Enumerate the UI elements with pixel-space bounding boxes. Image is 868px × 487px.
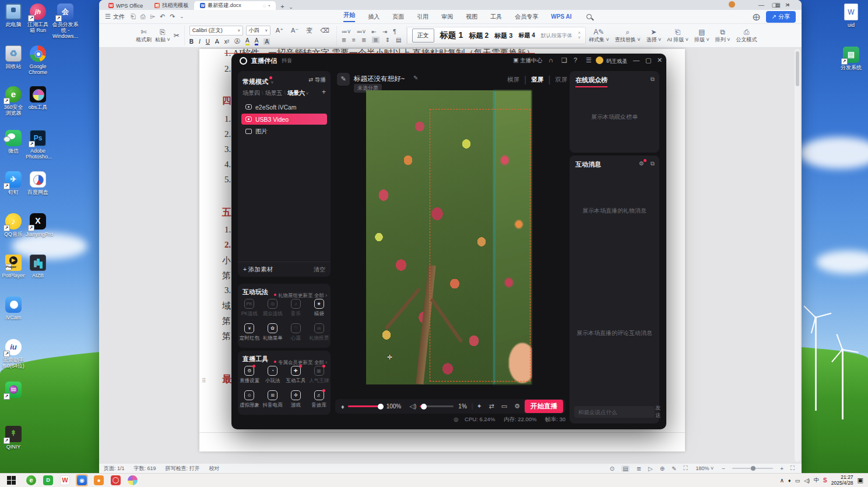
desktop-icon-hongjing[interactable]: iu宏景助手 8.0(64位) [1,339,26,369]
desktop-icon-jianying[interactable]: XJianyingPro [26,213,50,237]
numbered-list-button[interactable]: ≕˅ [357,29,366,35]
drag-handle-icon[interactable]: ⠿ [202,377,206,384]
notification-center-icon[interactable]: ▣ [858,477,863,484]
desktop-icon-qiniy[interactable]: ↟QINIY [1,426,26,450]
phonetic-icon[interactable]: 变 [306,26,312,35]
settings-gear-icon[interactable]: ⚙ [514,403,520,410]
user-avatar[interactable] [596,57,603,64]
menu-wps-ai[interactable]: WPS AI [551,13,571,20]
style-default-font[interactable]: 默认段落字体 [541,32,572,40]
play-item-wish[interactable]: ♡心愿 [284,323,308,342]
paste-button[interactable]: ⎘粘贴 ˅ [155,28,170,44]
menu-page[interactable]: 页面 [392,13,404,21]
zoom-level[interactable]: 180% ˅ [696,465,714,471]
tool-item-popularity[interactable]: ▦人气王牌 [307,366,331,384]
style-heading1[interactable]: 标题 1 [440,30,463,41]
taskbar-wps[interactable]: W [60,475,70,485]
maximize-button[interactable]: ▢ [645,57,651,64]
viewers-title[interactable]: 在线观众榜 [575,76,607,87]
desktop-icon-obs-tool[interactable]: obs工具 [26,86,50,110]
mic-volume-slider[interactable] [348,405,382,407]
taskbar-obs[interactable]: ◯ [111,475,121,485]
maximize-button[interactable]: ▢ [772,2,777,8]
start-live-button[interactable]: 开始直播 [525,400,563,413]
play-item-pk[interactable]: PKPK连线 [238,299,261,317]
help-icon[interactable]: ? [574,57,577,63]
print-icon[interactable]: ⎙ [140,13,146,20]
superscript-button[interactable]: x² [224,38,229,45]
style-gallery-scroll[interactable]: ˄˅ [578,31,581,40]
char-shading-button[interactable]: A [263,38,270,45]
underline-button[interactable]: U [206,38,210,45]
play-item-audience-link[interactable]: ◎观众连线 [261,299,284,317]
beauty-icon[interactable]: ✦ [476,403,482,410]
tool-item-virtual-avatar[interactable]: ☺虚拟形象 [238,390,261,409]
edit-pen-icon[interactable]: ✎ [672,465,676,472]
align-right-button[interactable]: ≣ [361,37,366,43]
hamburger-icon[interactable]: ☰ [105,13,111,20]
taskbar-360-browser[interactable]: e [26,475,36,485]
director-mode-button[interactable]: ⇄ 导播 [308,76,326,84]
camera-icon[interactable]: ▭ [501,403,507,410]
scrollbar-thumb[interactable] [796,51,799,86]
zoom-slider-knob[interactable] [751,466,755,471]
fullscreen-icon[interactable]: ⛶ [790,465,795,472]
outline-view-icon[interactable]: ≣ [637,465,641,472]
chat-input[interactable] [578,409,655,415]
save-icon[interactable]: ⎗ [131,13,136,20]
play-item-music[interactable]: ♪音乐 [284,299,308,317]
format-painter-button[interactable]: ✄格式刷 [136,28,152,44]
page-view-icon[interactable]: ▤ [621,465,629,472]
status-proofread[interactable]: 校对 [209,465,220,472]
tool-item-interact-tools[interactable]: ✚互动工具 [284,366,308,384]
zoom-in-button[interactable]: + [780,465,783,472]
tray-ime-icon[interactable]: 中 [814,477,819,484]
char-border-button[interactable]: Ⓐ [234,37,240,45]
status-spellcheck[interactable]: 拼写检查: 打开 [166,465,200,472]
justify-button[interactable]: ≣ [372,37,379,43]
more-chevron-icon[interactable]: ⌄ [180,14,184,19]
messages-settings-gear-icon[interactable]: ⚙ [639,160,644,167]
menu-insert[interactable]: 插入 [368,13,379,21]
share-button[interactable]: ↗分享 [766,11,796,23]
microphone-icon[interactable]: ♦ [341,403,345,410]
upload-cloud-icon[interactable]: ⨁ [753,13,760,21]
desktop-icon-photoshop[interactable]: PsAdobe Photosho... [26,130,50,160]
bold-button[interactable]: B [189,38,194,45]
font-name-select[interactable]: Calibri (正文)˅ [189,26,243,36]
shading-button[interactable]: ▤ [396,37,401,43]
clear-format-icon[interactable]: ⌫ [320,27,329,34]
file-menu[interactable]: 文件 [113,13,125,21]
source-item-ivcam[interactable]: e2eSoft iVCam [241,101,327,112]
desktop-icon-potplayer[interactable]: PotPlayer [1,255,26,278]
find-replace-button[interactable]: ⌕查找替换 ˅ [615,28,641,44]
desktop-icon-360-browser[interactable]: e360安全浏览器 [1,86,26,116]
menu-reference[interactable]: 引用 [417,13,428,21]
official-mode-button[interactable]: ⎙公文模式 [736,28,757,44]
tool-item-mini-play[interactable]: ◔小玩法 [261,366,284,384]
vertical-scrollbar[interactable] [795,49,800,462]
font-size-select[interactable]: 小四˅ [246,26,270,36]
pencil-icon[interactable]: ✎ [413,75,418,81]
add-scene-button[interactable]: + [322,88,326,96]
video-preview[interactable]: ✛ [366,90,532,384]
tray-sogou-icon[interactable]: S [823,477,827,484]
desktop-icon-this-pc[interactable]: 此电脑 [1,3,26,27]
desktop-icon-wechat[interactable]: 微信 [1,130,26,154]
taskbar-camera-app[interactable]: ● [94,475,104,485]
tool-item-live-settings[interactable]: ⚙直播设置 [238,366,261,384]
tab-current-document[interactable]: W最新搭建.docx◌• [194,1,276,10]
fit-page-icon[interactable]: ⛶ [684,465,688,472]
source-item-usb3-video[interactable]: USB3 Video [241,114,327,125]
clear-button[interactable]: 清空 [314,266,325,274]
desktop-icon-speaker-app[interactable]: ♒ [1,382,26,400]
play-section-badge[interactable]: 礼物展馆更新至 全部 › [274,289,327,299]
popout-icon[interactable]: ⧉ [651,160,655,167]
tab-docer-template[interactable]: 稻找稻壳模板 [149,1,194,10]
menu-view[interactable]: 视图 [466,13,477,21]
style-heading4[interactable]: 标题 4 [518,31,535,40]
desktop-icon-recycle-bin[interactable]: ♻回收站 [1,45,26,69]
bullet-list-button[interactable]: ≔˅ [342,29,351,35]
minimize-button[interactable]: — [758,2,764,8]
tray-clock[interactable]: 21:27 2025/4/28 [831,475,853,486]
